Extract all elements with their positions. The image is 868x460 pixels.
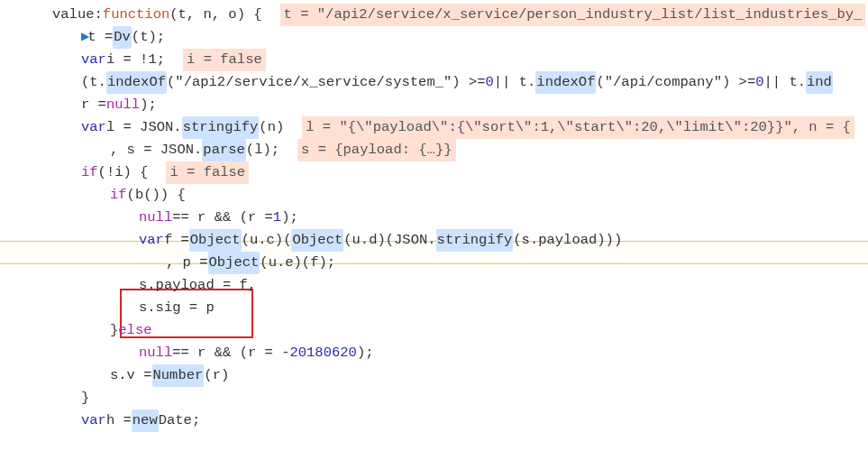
brace: }: [110, 319, 118, 342]
inline-eval: i = false: [166, 161, 249, 184]
code-line: s.payload = f,: [23, 274, 868, 297]
code-text: l = JSON.: [106, 116, 182, 139]
keyword-if: if: [110, 184, 127, 207]
param-list: (t, n, o) {: [169, 4, 261, 26]
code-line: s.sig = p: [23, 297, 868, 319]
code-text: ("/api/company") >=: [596, 71, 755, 94]
keyword-null: null: [106, 94, 140, 116]
identifier-hl: Object: [208, 252, 260, 274]
keyword-null: null: [139, 342, 172, 364]
number-literal: 20180620: [289, 342, 356, 364]
code-line: if (!i) { i = false: [23, 161, 868, 184]
identifier-hl: Object: [291, 229, 343, 252]
code-text: || t.: [494, 71, 536, 94]
code-line: , p = Object (u.e)(f);: [23, 252, 868, 274]
code-text: i = !1;: [106, 49, 165, 71]
code-text: == r && (r =: [172, 207, 273, 229]
code-line: }: [23, 387, 868, 409]
inline-eval: s = {payload: {…}}: [297, 139, 455, 161]
code-text: (!i) {: [98, 161, 149, 184]
code-line: , s = JSON. parse (l); s = {payload: {…}…: [23, 139, 868, 161]
code-text: );: [357, 342, 374, 364]
code-text: ("/api2/service/x_service/system_") >=: [167, 71, 485, 94]
code-text: (u.c)(: [242, 229, 292, 252]
identifier-hl: Object: [189, 229, 242, 252]
identifier-hl: Number: [152, 364, 205, 387]
method-hl: stringify: [182, 116, 260, 139]
code-text: (s.payload))): [513, 229, 622, 252]
code-text: h =: [106, 409, 132, 432]
code-text: == r && (r = -: [172, 342, 289, 364]
code-line: if (b()) {: [23, 184, 868, 207]
keyword-var: var: [81, 49, 106, 71]
code-area: value: function (t, n, o) { t = "/api2/s…: [0, 0, 868, 432]
code-line: var f = Object (u.c)( Object (u.d)(JSON.…: [23, 229, 868, 252]
brace: }: [81, 387, 89, 409]
inline-eval: t = "/api2/service/x_service/person_indu…: [280, 4, 866, 26]
number-literal: 0: [486, 71, 494, 94]
identifier-hl: Dv: [113, 26, 132, 49]
code-line: s.v = Number (r): [23, 364, 868, 387]
method-hl: indexOf: [535, 71, 596, 94]
code-text: s.sig = p: [139, 297, 215, 319]
keyword-var: var: [81, 409, 106, 432]
keyword-if: if: [81, 161, 98, 184]
method-hl: parse: [202, 139, 246, 161]
code-line: var h = new Date;: [23, 409, 868, 432]
code-text: Date;: [159, 409, 201, 432]
code-line: (t. indexOf ("/api2/service/x_service/sy…: [23, 71, 868, 94]
keyword-null: null: [139, 207, 172, 229]
code-text: (t.: [81, 71, 106, 94]
code-text: (n): [259, 116, 284, 139]
code-line: value: function (t, n, o) { t = "/api2/s…: [23, 4, 868, 26]
keyword-function: function: [103, 4, 169, 26]
code-line: var l = JSON. stringify (n) l = "{\"payl…: [23, 116, 868, 139]
code-text: (b()) {: [127, 184, 186, 207]
code-text: || t.: [764, 71, 807, 94]
code-text: , s = JSON.: [110, 139, 202, 161]
code-text: r =: [81, 94, 106, 116]
code-line: var i = !1; i = false: [23, 49, 868, 71]
code-line: } else: [23, 319, 868, 342]
keyword-var: var: [139, 229, 164, 252]
code-text: t =: [87, 26, 113, 49]
keyword-new: new: [132, 409, 159, 432]
code-text: );: [281, 207, 298, 229]
code-text: (u.d)(JSON.: [343, 229, 435, 252]
code-line: null == r && (r = - 20180620 );: [23, 342, 868, 364]
code-line: null == r && (r = 1 );: [23, 207, 868, 229]
code-text: );: [140, 94, 157, 116]
method-hl: indexOf: [106, 71, 167, 94]
keyword-var: var: [81, 116, 106, 139]
keyword-else: else: [118, 319, 151, 342]
code-line: ▶ t = Dv (t);: [23, 26, 868, 49]
number-literal: 1: [273, 207, 281, 229]
method-hl: stringify: [436, 229, 514, 252]
inline-eval: i = false: [183, 49, 266, 71]
property-key: value: [52, 4, 95, 26]
code-text: f =: [164, 229, 189, 252]
code-text: (l);: [246, 139, 279, 161]
code-text: , p =: [166, 252, 208, 274]
code-text: s.payload = f,: [139, 274, 256, 297]
number-literal: 0: [755, 71, 763, 94]
code-line: r = null );: [23, 94, 868, 116]
code-text: s.v =: [110, 364, 152, 387]
inline-eval: l = "{\"payload\":{\"sort\":1,\"start\":…: [302, 116, 854, 139]
code-text: (t);: [132, 26, 165, 49]
method-hl: ind: [806, 71, 833, 94]
code-text: (u.e)(f);: [260, 252, 335, 274]
code-text: (r): [204, 364, 229, 387]
